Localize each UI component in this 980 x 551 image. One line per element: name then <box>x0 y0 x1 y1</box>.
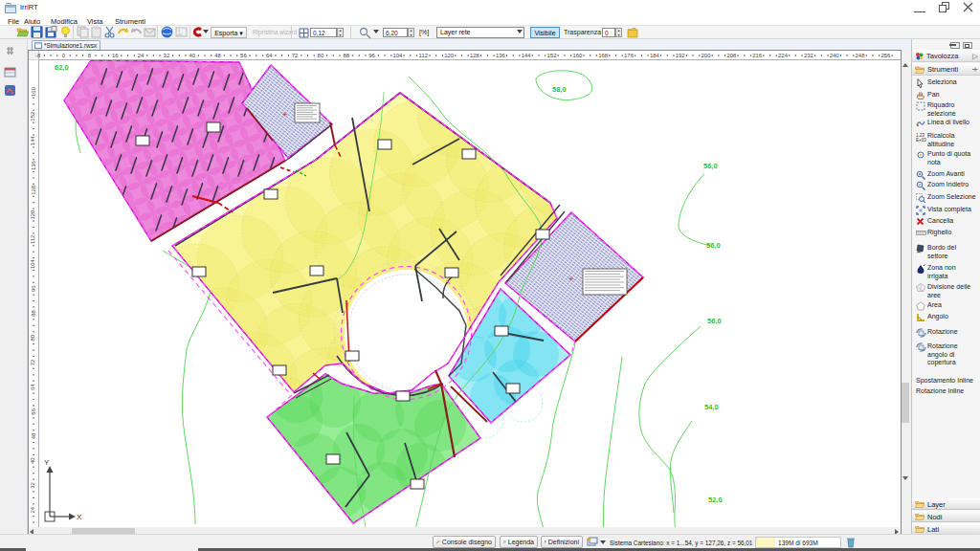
svg-text:24: 24 <box>138 53 145 58</box>
svg-text:176: 176 <box>624 53 635 58</box>
svg-text:144: 144 <box>522 53 532 58</box>
svg-text:96: 96 <box>368 53 375 58</box>
svg-text:56: 56 <box>240 53 247 58</box>
svg-text:E+03: E+03 <box>916 138 926 143</box>
svg-text:40: 40 <box>189 53 195 58</box>
svg-text:32: 32 <box>164 53 170 58</box>
svg-text:Y: Y <box>44 458 50 467</box>
svg-text:80: 80 <box>31 334 36 341</box>
svg-text:136: 136 <box>31 161 36 171</box>
svg-text:184: 184 <box>650 53 660 58</box>
svg-text:240: 240 <box>830 53 840 58</box>
svg-text:58,0: 58,0 <box>552 85 567 94</box>
svg-text:✳: ✳ <box>568 276 574 282</box>
svg-text:56,0: 56,0 <box>703 162 718 170</box>
svg-text:104: 104 <box>392 53 403 58</box>
svg-text:52,0: 52,0 <box>708 496 723 504</box>
svg-text:56,0: 56,0 <box>706 241 721 250</box>
svg-text:136: 136 <box>496 53 506 58</box>
svg-text:120: 120 <box>31 209 36 220</box>
svg-text:112: 112 <box>30 235 35 244</box>
svg-text:48: 48 <box>31 432 36 439</box>
svg-text:152: 152 <box>547 53 557 58</box>
svg-text:200: 200 <box>702 53 712 58</box>
svg-text:208: 208 <box>726 53 737 58</box>
svg-text:104: 104 <box>30 258 35 269</box>
svg-text:216: 216 <box>752 53 763 58</box>
svg-text:88: 88 <box>31 309 36 316</box>
svg-text:256: 256 <box>880 53 891 58</box>
svg-text:112: 112 <box>419 53 428 58</box>
svg-text:24: 24 <box>30 506 35 513</box>
svg-text:248: 248 <box>856 53 866 58</box>
svg-text:120: 120 <box>444 53 455 58</box>
svg-text:168: 168 <box>598 53 609 58</box>
svg-text:144: 144 <box>30 136 35 146</box>
svg-text:72: 72 <box>30 360 35 366</box>
svg-text:88: 88 <box>343 53 349 58</box>
svg-text:40: 40 <box>31 457 36 464</box>
svg-text:64: 64 <box>266 53 273 58</box>
svg-text:192: 192 <box>676 53 685 58</box>
svg-text:48: 48 <box>214 53 221 58</box>
svg-text:✳: ✳ <box>282 111 288 118</box>
svg-text:X: X <box>77 513 82 521</box>
svg-text:32: 32 <box>30 482 35 489</box>
svg-text:56,0: 56,0 <box>707 317 722 325</box>
svg-text:152: 152 <box>30 112 35 121</box>
svg-text:80: 80 <box>318 53 324 58</box>
svg-text:64: 64 <box>30 384 35 390</box>
svg-text:54,0: 54,0 <box>704 403 719 411</box>
svg-text:160: 160 <box>572 53 583 58</box>
svg-text:72: 72 <box>292 53 299 58</box>
svg-text:128: 128 <box>31 185 36 195</box>
svg-text:62,0: 62,0 <box>55 63 69 72</box>
svg-text:16: 16 <box>112 53 119 58</box>
svg-text:128: 128 <box>470 53 480 58</box>
svg-text:-8: -8 <box>35 53 41 58</box>
svg-text:160: 160 <box>31 86 36 97</box>
svg-text:96: 96 <box>31 285 36 292</box>
svg-text:224: 224 <box>778 53 789 58</box>
svg-text:232: 232 <box>804 53 813 58</box>
svg-text:56: 56 <box>31 408 36 414</box>
